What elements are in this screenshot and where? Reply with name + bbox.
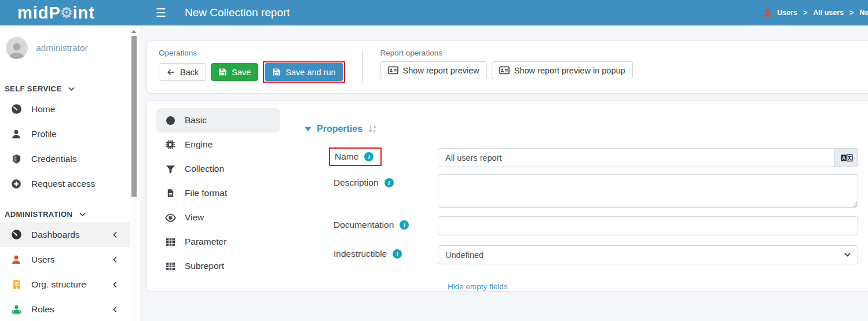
sidebar-item-users[interactable]: Users [0, 247, 130, 272]
breadcrumb: Users > All users > New Collec [763, 8, 868, 17]
user-icon [10, 128, 22, 140]
tab-parameter[interactable]: Parameter [156, 230, 280, 254]
sidebar-item-home[interactable]: Home [0, 97, 130, 121]
back-button[interactable]: Back [159, 63, 206, 81]
tab-label: File format [185, 188, 227, 198]
properties-title[interactable]: Properties [317, 124, 362, 134]
svg-text:Z: Z [373, 129, 376, 133]
tab-collection[interactable]: Collection [156, 157, 280, 181]
sidebar-item-label: Profile [31, 129, 57, 139]
field-row-name: Name i A [305, 148, 858, 167]
tab-label: Collection [185, 164, 224, 174]
editor-tabs: Basic Engine Collection File format [147, 101, 286, 291]
description-textarea[interactable] [438, 174, 858, 208]
breadcrumb-item-current: New Collec [859, 9, 868, 17]
filter-icon [164, 163, 176, 175]
sidebar-scrollbar-thumb[interactable] [131, 36, 137, 197]
section-administration[interactable]: ADMINISTRATION [5, 210, 140, 219]
hide-empty-fields-link[interactable]: Hide empty fields [448, 282, 508, 291]
name-input[interactable] [438, 148, 835, 167]
tab-basic[interactable]: Basic [156, 108, 280, 132]
back-button-label: Back [180, 68, 199, 77]
tab-engine[interactable]: Engine [156, 132, 280, 157]
show-report-preview-button[interactable]: Show report preview [380, 61, 487, 79]
svg-text:A: A [373, 125, 376, 129]
report-operations-group: Report operations Show report preview Sh… [380, 49, 633, 83]
table-icon [164, 236, 176, 248]
table-icon [164, 260, 176, 272]
logo-text-pre: midP [17, 3, 61, 23]
id-card-icon [499, 66, 510, 75]
properties-header: Properties AZ [305, 124, 858, 134]
page-title: New Collection report [185, 6, 290, 19]
breadcrumb-item-users[interactable]: Users [777, 9, 797, 17]
chevron-left-icon [109, 254, 121, 265]
name-field-highlight: Name i [329, 147, 382, 166]
breadcrumb-separator: > [803, 9, 807, 17]
sidebar-item-dashboards[interactable]: Dashboards [0, 222, 130, 247]
svg-text:A: A [842, 155, 845, 161]
midpoint-logo[interactable]: midP⚙int [0, 3, 140, 23]
main-content: Operations Back Save [140, 25, 868, 321]
operations-label: Operations [159, 49, 345, 57]
sidebar-item-request-access[interactable]: Request access [0, 171, 130, 196]
self-service-menu: Home Profile Credentials Request access [0, 97, 130, 196]
show-report-preview-label: Show report preview [403, 66, 479, 75]
arrow-left-icon [166, 68, 175, 77]
chevron-left-icon [109, 279, 121, 290]
report-editor-panel: Basic Engine Collection File format [147, 100, 868, 292]
save-button[interactable]: Save [211, 63, 258, 81]
breadcrumb-separator: > [849, 9, 854, 17]
toolbar-divider [362, 50, 363, 83]
avatar [6, 37, 28, 59]
language-icon: A [840, 153, 853, 163]
documentation-field-label: Documentation [334, 220, 394, 230]
sidebar-item-org-structure[interactable]: Org. structure [0, 272, 130, 297]
sidebar-item-roles[interactable]: Roles [0, 297, 130, 321]
documentation-input[interactable] [438, 216, 858, 235]
sort-alpha-icon[interactable]: AZ [368, 124, 378, 134]
indestructible-select[interactable]: Undefined [438, 245, 858, 264]
save-and-run-button[interactable]: Save and run [265, 63, 343, 81]
floppy-icon [218, 68, 227, 76]
field-row-description: Description i [305, 174, 858, 209]
tab-file-format[interactable]: File format [156, 181, 280, 205]
language-button[interactable]: A [835, 148, 858, 167]
show-report-preview-popup-button[interactable]: Show report preview in popup [492, 61, 633, 79]
chevron-down-icon [67, 85, 75, 93]
user-red-icon [763, 8, 772, 17]
basic-form: Properties AZ Name i [286, 101, 868, 291]
plus-circle-icon [10, 178, 22, 190]
report-operations-label: Report operations [380, 49, 633, 57]
file-icon [164, 187, 176, 199]
operations-group: Operations Back Save [159, 49, 345, 83]
user-icon [10, 254, 22, 265]
info-icon[interactable]: i [384, 178, 394, 187]
sidebar-item-label: Request access [31, 179, 95, 189]
hamburger-menu-icon[interactable]: ☰ [156, 6, 166, 20]
section-self-service[interactable]: SELF SERVICE [5, 84, 140, 93]
caret-down-icon[interactable] [305, 127, 312, 131]
sidebar-scrollbar-up-arrow[interactable] [131, 30, 136, 33]
sidebar-item-label: Users [31, 254, 54, 265]
chevron-left-icon [109, 229, 121, 241]
save-button-label: Save [232, 68, 251, 77]
tab-view[interactable]: View [156, 205, 280, 230]
save-and-run-highlight: Save and run [263, 61, 345, 83]
tab-label: Basic [185, 115, 207, 126]
info-icon[interactable]: i [364, 152, 373, 161]
sidebar-item-credentials[interactable]: Credentials [0, 146, 130, 171]
indestructible-field-label: Indestructible [334, 249, 387, 259]
sidebar-item-profile[interactable]: Profile [0, 121, 130, 146]
chevron-down-icon [78, 211, 86, 219]
building-icon [10, 279, 22, 290]
breadcrumb-item-all-users[interactable]: All users [813, 9, 844, 17]
tab-subreport[interactable]: Subreport [156, 254, 280, 278]
username-label: administrator [36, 43, 88, 53]
description-field-label: Description [334, 178, 379, 188]
operations-panel: Operations Back Save [147, 40, 868, 94]
info-icon[interactable]: i [393, 249, 402, 259]
user-panel[interactable]: administrator [0, 25, 140, 71]
circle-icon [164, 115, 176, 126]
info-icon[interactable]: i [400, 220, 409, 230]
